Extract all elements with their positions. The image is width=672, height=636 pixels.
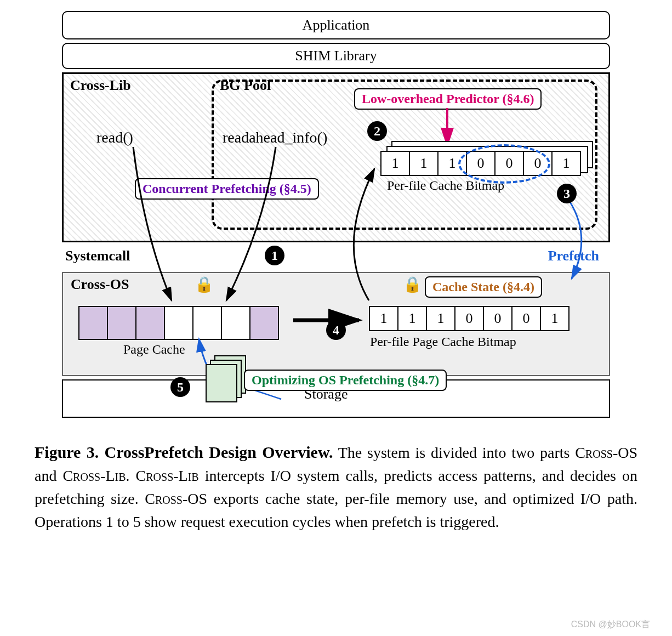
caption-crossos2: Cross-OS: [145, 490, 207, 507]
page-cache-cell: [192, 306, 222, 340]
bitmap-cell: 0: [483, 306, 512, 331]
bitmap-cell: 1: [409, 151, 438, 176]
bitmap-cell: 1: [369, 306, 398, 331]
prefetch-label: Prefetch: [548, 248, 599, 264]
step-2: 2: [367, 121, 387, 141]
caption-title: Figure 3. CrossPrefetch Design Overview.: [35, 443, 333, 461]
systemcall-label: Systemcall: [65, 248, 130, 264]
perfile-page-cache-bitmap: 1 1 1 0 0 0 1: [370, 306, 570, 331]
read-call: read(): [96, 129, 133, 146]
step-3: 3: [557, 184, 577, 203]
lock-icon: 🔒: [195, 275, 214, 293]
crossos-layer: Cross-OS 🔒 🔒 Page Cache Cache State (§4.…: [62, 272, 610, 376]
lock-icon: 🔒: [403, 275, 422, 293]
caption-crossos: Cross-OS: [575, 444, 637, 461]
optimize-chip: Optimizing OS Prefetching (§4.7): [244, 370, 447, 391]
step-1: 1: [265, 246, 284, 265]
page-cache-cell: [249, 306, 279, 340]
page-cache-cell: [107, 306, 136, 340]
caption-text: .: [126, 467, 136, 484]
bitmap-cell: 1: [380, 151, 410, 176]
caption-text: The system is divided into two parts: [333, 444, 575, 461]
step-5: 5: [170, 377, 190, 397]
shim-layer: SHIM Library: [62, 43, 610, 69]
perfile-page-cache-bitmap-label: Per-file Page Cache Bitmap: [370, 334, 516, 349]
bitmap-cell: 0: [454, 306, 484, 331]
page-cache-cell: [78, 306, 108, 340]
bitmap-cell: 1: [426, 306, 455, 331]
crossos-label: Cross-OS: [71, 276, 129, 293]
readahead-call: readahead_info(): [223, 129, 327, 146]
page-cache-cell: [164, 306, 193, 340]
bitmap-cell: 1: [551, 151, 581, 176]
page-cache-label: Page Cache: [123, 342, 185, 357]
bitmap-cell: 1: [540, 306, 570, 331]
page-cache-cell: [135, 306, 165, 340]
page-cache: [79, 306, 279, 340]
storage-layer: Optimizing OS Prefetching (§4.7) Storage…: [62, 379, 610, 418]
predictor-chip: Low-overhead Predictor (§4.6): [354, 88, 542, 110]
application-layer: Application: [62, 11, 610, 39]
step-4: 4: [326, 320, 346, 340]
bg-pool-label: BG Pool: [220, 77, 271, 94]
cache-state-chip: Cache State (§4.4): [425, 276, 542, 298]
diagram-container: Application SHIM Library Cross-Lib BG Po…: [62, 11, 610, 418]
crosslib-layer: Cross-Lib BG Pool read() readahead_info(…: [62, 72, 610, 242]
caption-crosslib: Cross-Lib: [62, 467, 126, 484]
highlight-ellipse: [458, 144, 550, 184]
page-cache-cell: [221, 306, 250, 340]
bitmap-cell: 1: [397, 306, 427, 331]
concurrent-chip: Concurrent Prefetching (§4.5): [135, 178, 319, 200]
figure-caption: Figure 3. CrossPrefetch Design Overview.…: [35, 440, 637, 533]
caption-crosslib2: Cross-Lib: [136, 467, 199, 484]
crosslib-label: Cross-Lib: [70, 77, 131, 94]
syscall-row: Systemcall Prefetch 1: [62, 246, 610, 271]
caption-and: and: [35, 467, 62, 484]
bitmap-cell: 0: [511, 306, 541, 331]
